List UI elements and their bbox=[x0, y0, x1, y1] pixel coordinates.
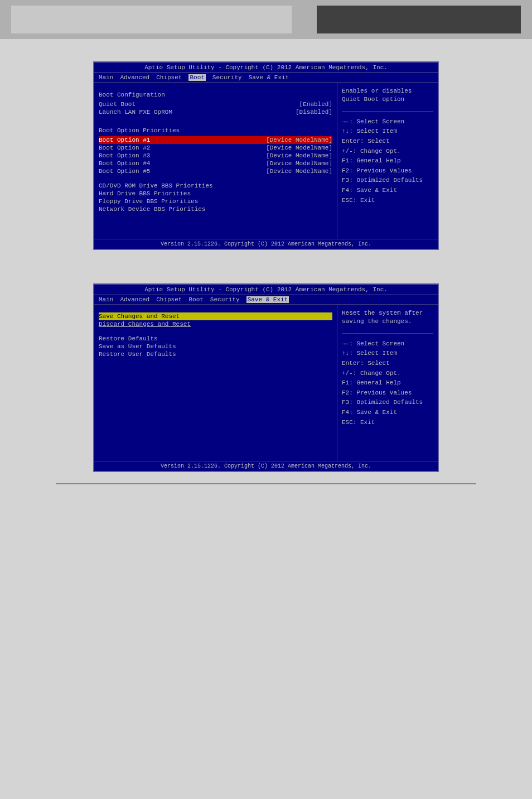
menu-advanced[interactable]: Advanced bbox=[120, 74, 149, 81]
bios1-boot-opt3-value: [Device ModelName] bbox=[266, 152, 332, 159]
bios1-cdvd-row[interactable]: CD/DVD ROM Drive BBS Priorities bbox=[99, 182, 332, 190]
bios2-key-2: ↑↓: Select Item bbox=[342, 349, 433, 359]
bios1-key-4: +/-: Change Opt. bbox=[342, 147, 433, 157]
bios2-footer: Version 2.15.1226. Copyright (C) 2012 Am… bbox=[94, 461, 438, 471]
bios-screen-1: Aptio Setup Utility - Copyright (C) 2012… bbox=[93, 61, 439, 250]
bios1-key-8: F4: Save & Exit bbox=[342, 186, 433, 196]
bios1-body: Boot Configuration Quiet Boot [Enabled] … bbox=[94, 83, 438, 239]
bios1-key-9: ESC: Exit bbox=[342, 196, 433, 206]
bios2-key-8: F4: Save & Exit bbox=[342, 408, 433, 418]
bios1-boot-opt4-value: [Device ModelName] bbox=[266, 160, 332, 167]
bios1-boot-opt5-row[interactable]: Boot Option #5 [Device ModelName] bbox=[99, 167, 332, 175]
bios2-save-changes-reset[interactable]: Save Changes and Reset bbox=[99, 312, 332, 320]
bios1-boot-opt5-value: [Device ModelName] bbox=[266, 168, 332, 175]
bios2-key-6: F2: Previous Values bbox=[342, 388, 433, 398]
bios1-key-5: F1: General Help bbox=[342, 156, 433, 166]
bios2-body: Save Changes and Reset Discard Changes a… bbox=[94, 305, 438, 461]
bios2-save-items: Save Changes and Reset Discard Changes a… bbox=[99, 312, 332, 358]
menu-main[interactable]: Main bbox=[99, 74, 113, 81]
bios1-right-panel: Enables or disables Quiet Boot option →←… bbox=[337, 83, 438, 239]
bios2-menubar[interactable]: Main Advanced Chipset Boot Security Save… bbox=[94, 295, 438, 305]
bios1-boot-opt4-label: Boot Option #4 bbox=[99, 160, 150, 167]
bios2-menu-advanced[interactable]: Advanced bbox=[120, 296, 149, 303]
bios2-help-text: Reset the system after saving the change… bbox=[342, 309, 433, 326]
content-area: Aptio Setup Utility - Copyright (C) 2012… bbox=[0, 39, 532, 507]
bios1-key-6: F2: Previous Values bbox=[342, 166, 433, 176]
bios2-menu-save-exit[interactable]: Save & Exit bbox=[246, 296, 289, 303]
bios1-key-3: Enter: Select bbox=[342, 137, 433, 147]
bios1-launch-lan-row[interactable]: Launch LAN PXE OpROM [Disabled] bbox=[99, 108, 332, 116]
bios1-title: Aptio Setup Utility - Copyright (C) 2012… bbox=[94, 62, 438, 73]
bios1-boot-opt3-label: Boot Option #3 bbox=[99, 152, 150, 159]
bios2-right-panel: Reset the system after saving the change… bbox=[337, 305, 438, 461]
bios1-cdvd-label: CD/DVD ROM Drive BBS Priorities bbox=[99, 182, 213, 189]
bios1-quiet-boot-label: Quiet Boot bbox=[99, 101, 136, 108]
bios2-menu-security[interactable]: Security bbox=[210, 296, 240, 303]
bios1-network-label: Network Device BBS Priorities bbox=[99, 206, 205, 213]
bios1-help-text: Enables or disables Quiet Boot option bbox=[342, 87, 433, 104]
bottom-separator bbox=[56, 483, 476, 484]
bios2-key-9: ESC: Exit bbox=[342, 418, 433, 428]
bios1-section2-title: Boot Option Priorities bbox=[99, 127, 332, 134]
menu-chipset[interactable]: Chipset bbox=[156, 74, 182, 81]
bios1-boot-opt1-row[interactable]: Boot Option #1 [Device ModelName] bbox=[99, 136, 332, 144]
bios1-hdd-row[interactable]: Hard Drive BBS Priorities bbox=[99, 190, 332, 198]
bios2-restore-defaults[interactable]: Restore Defaults bbox=[99, 335, 332, 343]
bios1-key-2: ↑↓: Select Item bbox=[342, 127, 433, 137]
bios1-quiet-boot-value: [Enabled] bbox=[299, 101, 332, 108]
bios1-boot-opt2-label: Boot Option #2 bbox=[99, 145, 150, 151]
bios1-shortcuts: →←: Select Screen ↑↓: Select Item Enter:… bbox=[342, 117, 433, 205]
bios1-footer: Version 2.15.1226. Copyright (C) 2012 Am… bbox=[94, 239, 438, 249]
menu-boot[interactable]: Boot bbox=[188, 74, 205, 81]
menu-security[interactable]: Security bbox=[212, 74, 242, 81]
bios2-menu-chipset[interactable]: Chipset bbox=[156, 296, 182, 303]
bios1-quiet-boot-row[interactable]: Quiet Boot [Enabled] bbox=[99, 100, 332, 108]
bios2-restore-user-defaults[interactable]: Restore User Defaults bbox=[99, 350, 332, 358]
bios2-discard-changes-reset[interactable]: Discard Changes and Reset bbox=[99, 320, 332, 328]
bios-screen-2: Aptio Setup Utility - Copyright (C) 2012… bbox=[93, 283, 439, 472]
bios2-divider bbox=[342, 333, 433, 334]
bios1-boot-opt2-value: [Device ModelName] bbox=[266, 145, 332, 151]
page-wrapper: Aptio Setup Utility - Copyright (C) 2012… bbox=[0, 0, 532, 799]
bios1-boot-opt4-row[interactable]: Boot Option #4 [Device ModelName] bbox=[99, 160, 332, 167]
bios1-hdd-label: Hard Drive BBS Priorities bbox=[99, 190, 191, 197]
bios1-divider bbox=[342, 111, 433, 112]
bios1-boot-opt1-label: Boot Option #1 bbox=[99, 137, 150, 143]
bios1-section1-title: Boot Configuration bbox=[99, 92, 332, 98]
bios1-key-1: →←: Select Screen bbox=[342, 117, 433, 127]
bios1-key-7: F3: Optimized Defaults bbox=[342, 176, 433, 186]
bios2-title: Aptio Setup Utility - Copyright (C) 2012… bbox=[94, 285, 438, 295]
bios1-menubar[interactable]: Main Advanced Chipset Boot Security Save… bbox=[94, 73, 438, 83]
bios2-left-panel: Save Changes and Reset Discard Changes a… bbox=[94, 305, 337, 461]
bios1-launch-lan-label: Launch LAN PXE OpROM bbox=[99, 109, 172, 115]
bios1-boot-opt5-label: Boot Option #5 bbox=[99, 168, 150, 175]
header-left bbox=[11, 6, 292, 33]
bios1-left-panel: Boot Configuration Quiet Boot [Enabled] … bbox=[94, 83, 337, 239]
bios1-floppy-row[interactable]: Floppy Drive BBS Priorities bbox=[99, 198, 332, 205]
bios1-boot-opt1-value: [Device ModelName] bbox=[266, 137, 332, 143]
bios2-shortcuts: →←: Select Screen ↑↓: Select Item Enter:… bbox=[342, 339, 433, 427]
header-right bbox=[317, 6, 521, 33]
bios1-boot-opt3-row[interactable]: Boot Option #3 [Device ModelName] bbox=[99, 152, 332, 160]
bios2-key-5: F1: General Help bbox=[342, 378, 433, 388]
bios1-launch-lan-value: [Disabled] bbox=[296, 109, 332, 115]
bios2-menu-boot[interactable]: Boot bbox=[188, 296, 203, 303]
bios2-menu-main[interactable]: Main bbox=[99, 296, 113, 303]
header-bar bbox=[0, 0, 532, 39]
bios1-floppy-label: Floppy Drive BBS Priorities bbox=[99, 198, 198, 205]
spacer bbox=[28, 261, 504, 272]
bios2-key-7: F3: Optimized Defaults bbox=[342, 398, 433, 408]
bios2-save-user-defaults[interactable]: Save as User Defaults bbox=[99, 343, 332, 350]
bios2-key-3: Enter: Select bbox=[342, 359, 433, 369]
menu-save-exit[interactable]: Save & Exit bbox=[249, 74, 289, 81]
bios1-network-row[interactable]: Network Device BBS Priorities bbox=[99, 205, 332, 213]
bios1-boot-opt2-row[interactable]: Boot Option #2 [Device ModelName] bbox=[99, 144, 332, 152]
bios2-key-4: +/-: Change Opt. bbox=[342, 369, 433, 379]
bios2-key-1: →←: Select Screen bbox=[342, 339, 433, 349]
